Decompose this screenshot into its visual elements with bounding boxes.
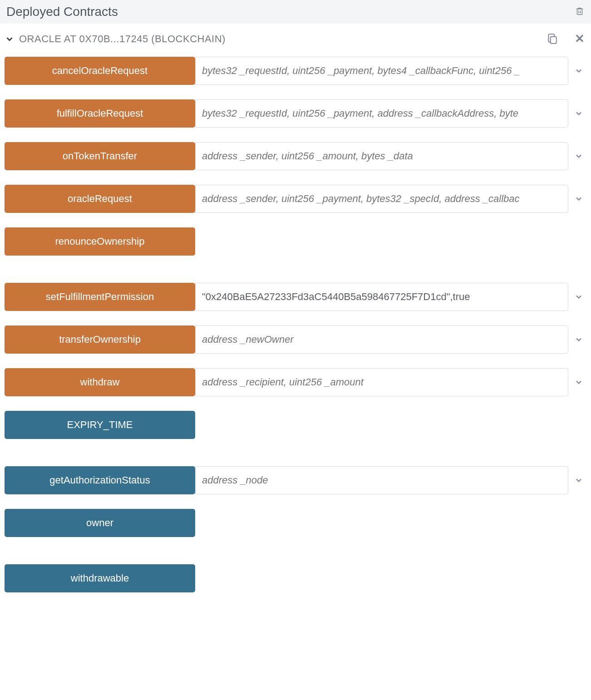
function-row: cancelOracleRequest: [5, 57, 586, 85]
function-args-input[interactable]: [195, 466, 568, 494]
function-button[interactable]: fulfillOracleRequest: [5, 99, 195, 128]
function-button[interactable]: setFulfillmentPermission: [5, 283, 195, 311]
function-args-input[interactable]: [195, 283, 568, 311]
function-row: withdraw: [5, 368, 586, 396]
panel-header: Deployed Contracts: [0, 0, 591, 24]
chevron-down-icon[interactable]: [571, 142, 586, 170]
function-button[interactable]: EXPIRY_TIME: [5, 411, 195, 439]
chevron-down-icon[interactable]: [571, 57, 586, 85]
function-button[interactable]: withdraw: [5, 368, 195, 396]
chevron-down-icon[interactable]: [571, 368, 586, 396]
svg-rect-1: [551, 36, 557, 43]
chevron-down-icon[interactable]: [571, 466, 586, 494]
contract-name: ORACLE AT 0X70B...17245 (BLOCKCHAIN): [19, 33, 547, 45]
svg-rect-0: [577, 9, 582, 15]
panel-title: Deployed Contracts: [6, 5, 118, 19]
function-button[interactable]: owner: [5, 509, 195, 537]
function-row: getAuthorizationStatus: [5, 466, 586, 494]
function-input-wrap: [195, 57, 586, 85]
function-button[interactable]: onTokenTransfer: [5, 142, 195, 170]
function-input-wrap: [195, 325, 586, 354]
function-args-input[interactable]: [195, 142, 568, 170]
function-row: renounceOwnership: [5, 227, 586, 256]
chevron-down-icon[interactable]: [571, 325, 586, 354]
function-button[interactable]: getAuthorizationStatus: [5, 466, 195, 494]
function-args-input[interactable]: [195, 99, 568, 128]
function-row: owner: [5, 509, 586, 537]
function-input-wrap: [195, 142, 586, 170]
function-input-wrap: [195, 185, 586, 213]
function-row: transferOwnership: [5, 325, 586, 354]
copy-icon[interactable]: [547, 33, 558, 45]
function-row: oracleRequest: [5, 185, 586, 213]
function-args-input[interactable]: [195, 185, 568, 213]
function-row: fulfillOracleRequest: [5, 99, 586, 128]
chevron-down-icon[interactable]: [5, 34, 15, 44]
function-button[interactable]: renounceOwnership: [5, 227, 195, 256]
function-row: setFulfillmentPermission: [5, 283, 586, 311]
function-button[interactable]: transferOwnership: [5, 325, 195, 354]
function-input-wrap: [195, 466, 586, 494]
function-list: cancelOracleRequestfulfillOracleRequesto…: [0, 50, 591, 629]
function-args-input[interactable]: [195, 325, 568, 354]
function-row: withdrawable: [5, 564, 586, 592]
function-button[interactable]: cancelOracleRequest: [5, 57, 195, 85]
function-args-input[interactable]: [195, 57, 568, 85]
contract-instance-row: ORACLE AT 0X70B...17245 (BLOCKCHAIN) ✕: [0, 24, 591, 50]
function-input-wrap: [195, 368, 586, 396]
function-row: onTokenTransfer: [5, 142, 586, 170]
function-button[interactable]: withdrawable: [5, 564, 195, 592]
function-button[interactable]: oracleRequest: [5, 185, 195, 213]
function-args-input[interactable]: [195, 368, 568, 396]
chevron-down-icon[interactable]: [571, 283, 586, 311]
close-icon[interactable]: ✕: [575, 32, 585, 46]
trash-icon[interactable]: [575, 6, 585, 17]
chevron-down-icon[interactable]: [571, 185, 586, 213]
function-row: EXPIRY_TIME: [5, 411, 586, 439]
function-input-wrap: [195, 283, 586, 311]
function-input-wrap: [195, 99, 586, 128]
chevron-down-icon[interactable]: [571, 99, 586, 128]
